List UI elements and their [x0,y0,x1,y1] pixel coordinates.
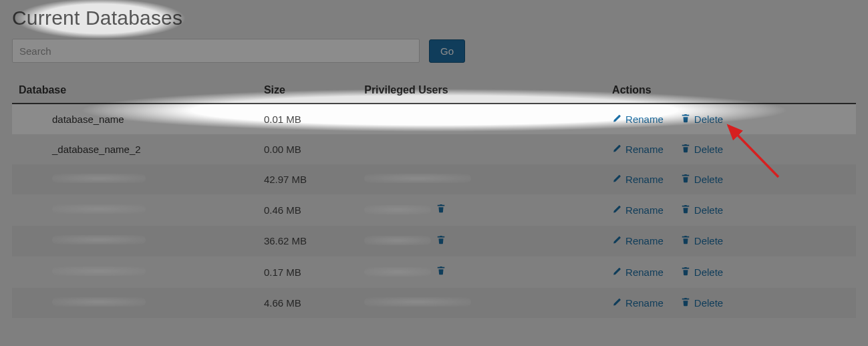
trash-icon[interactable] [436,235,446,246]
trash-icon [681,235,690,246]
column-header-priv: Privileged Users [360,77,608,104]
delete-label: Delete [694,174,723,185]
column-header-database[interactable]: Database [12,77,260,104]
pencil-icon [612,235,621,246]
table-row: database_name0.01 MBRenameDelete [12,104,856,134]
delete-button[interactable]: Delete [681,267,723,278]
redacted-db-name [52,204,146,214]
pencil-icon [612,144,621,155]
rename-button[interactable]: Rename [612,267,664,278]
rename-button[interactable]: Rename [612,297,664,309]
db-size: 42.97 MB [260,164,360,194]
db-name: _database_name_2 [52,144,141,155]
delete-label: Delete [694,114,723,125]
rename-button[interactable]: Rename [612,235,664,246]
column-header-actions: Actions [608,77,856,104]
delete-button[interactable]: Delete [681,235,723,246]
rename-button[interactable]: Rename [612,204,664,216]
delete-button[interactable]: Delete [681,174,723,185]
go-button[interactable]: Go [429,39,465,63]
db-name: database_name [52,114,124,125]
pencil-icon [612,204,621,216]
rename-label: Rename [625,174,664,185]
redacted-user [364,205,431,214]
rename-label: Rename [625,267,664,278]
trash-icon [681,297,690,309]
delete-button[interactable]: Delete [681,144,723,155]
rename-label: Rename [625,204,664,216]
database-table: Database Size Privileged Users Actions d… [12,77,856,318]
rename-button[interactable]: Rename [612,114,664,125]
column-header-size[interactable]: Size [260,77,360,104]
table-row: 4.66 MBRenameDelete [12,288,856,318]
privileged-user[interactable] [364,204,446,215]
pencil-icon [612,267,621,278]
db-size: 4.66 MB [260,288,360,318]
rename-label: Rename [625,297,664,309]
pencil-icon [612,297,621,309]
db-size: 0.01 MB [260,104,360,134]
rename-button[interactable]: Rename [612,174,664,185]
redacted-user [364,236,431,245]
table-row: 36.62 MBRenameDelete [12,226,856,257]
search-input[interactable] [12,39,420,63]
trash-icon[interactable] [436,204,446,215]
table-row: 0.46 MBRenameDelete [12,194,856,226]
rename-label: Rename [625,144,664,155]
redacted-user [364,297,471,307]
trash-icon[interactable] [436,266,446,277]
redacted-user [364,174,471,183]
trash-icon [681,144,690,155]
redacted-db-name [52,174,146,183]
rename-label: Rename [625,114,664,125]
delete-button[interactable]: Delete [681,297,723,309]
rename-label: Rename [625,235,664,246]
redacted-db-name [52,297,146,307]
trash-icon [681,267,690,278]
delete-label: Delete [694,144,723,155]
privileged-user[interactable] [364,266,446,277]
delete-label: Delete [694,235,723,246]
page-title: Current Databases [12,7,856,29]
delete-label: Delete [694,204,723,216]
delete-button[interactable]: Delete [681,204,723,216]
table-row: 42.97 MBRenameDelete [12,164,856,194]
trash-icon [681,204,690,216]
db-size: 0.17 MB [260,256,360,288]
redacted-db-name [52,235,146,244]
privileged-user[interactable] [364,235,446,246]
rename-button[interactable]: Rename [612,144,664,155]
trash-icon [681,174,690,185]
delete-label: Delete [694,297,723,309]
delete-label: Delete [694,267,723,278]
redacted-db-name [52,267,146,276]
db-size: 36.62 MB [260,226,360,257]
pencil-icon [612,174,621,185]
redacted-user [364,267,431,277]
db-size: 0.00 MB [260,134,360,164]
pencil-icon [612,114,621,125]
table-row: 0.17 MBRenameDelete [12,256,856,288]
db-size: 0.46 MB [260,194,360,226]
table-row: _database_name_20.00 MBRenameDelete [12,134,856,164]
delete-button[interactable]: Delete [681,114,723,125]
search-row: Go [12,39,856,63]
trash-icon [681,114,690,125]
